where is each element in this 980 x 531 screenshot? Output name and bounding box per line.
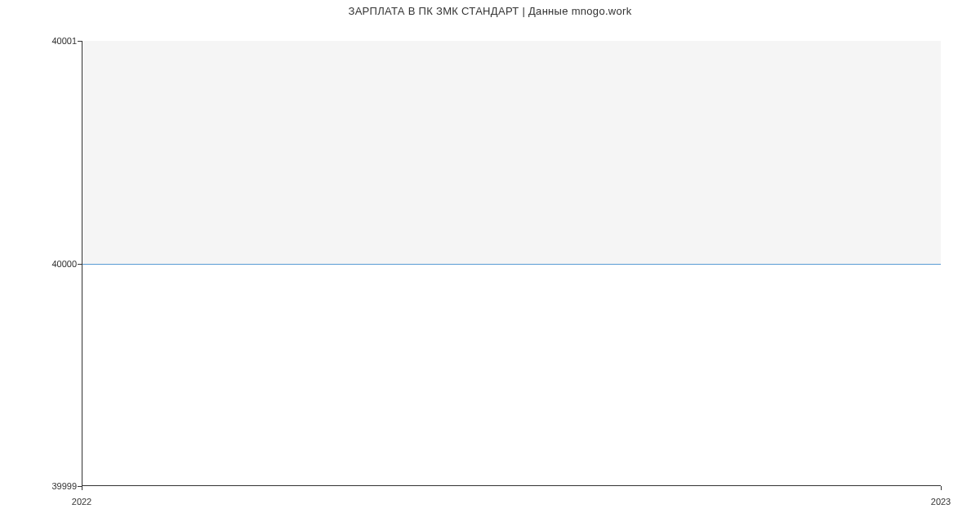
x-tick (941, 486, 942, 490)
y-tick-label: 40001 (51, 36, 77, 46)
y-tick-label: 40000 (51, 259, 77, 269)
y-tick-label: 39999 (51, 481, 77, 491)
data-line (82, 264, 941, 265)
plot-bg-lower (82, 264, 941, 486)
x-tick-label: 2023 (931, 497, 951, 506)
chart-title: ЗАРПЛАТА В ПК ЗМК СТАНДАРТ | Данные mnog… (0, 5, 980, 17)
x-tick-label: 2022 (72, 497, 91, 506)
plot-area (82, 41, 941, 486)
y-tick (78, 264, 82, 265)
x-tick (82, 486, 82, 490)
y-tick (78, 41, 82, 42)
